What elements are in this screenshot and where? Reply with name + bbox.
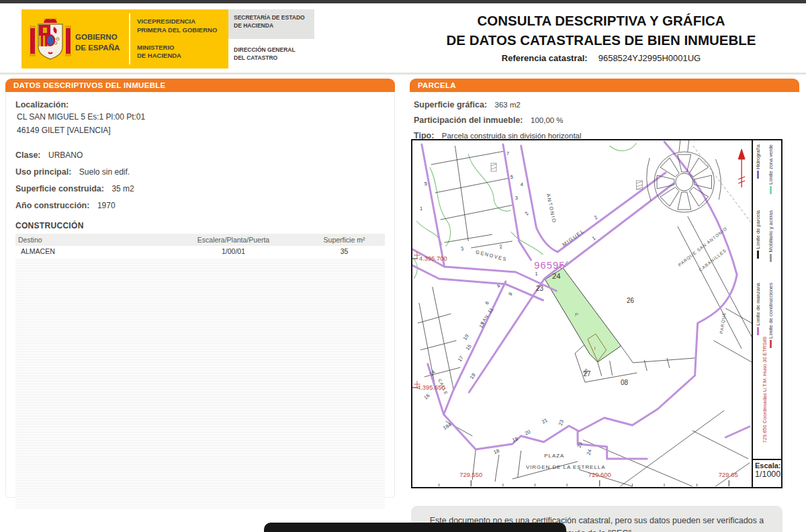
- uso-label: Uso principal:: [15, 167, 71, 177]
- clase-label: Clase:: [15, 150, 41, 160]
- superficie-row: Superficie construida: 35 m2: [15, 182, 385, 194]
- legend-label: Límite de manzana: [755, 283, 761, 326]
- street-miguel-label: MIGUEL: [562, 228, 586, 247]
- house-number: 7: [506, 150, 509, 157]
- subject-parcel: P I: [545, 268, 621, 362]
- cadastral-consulta-page: GOBIERNO DE ESPAÑA VICEPRESIDENCIA PRIME…: [0, 0, 806, 532]
- datos-descriptivos-panel: DATOS DESCRIPTIVOS DEL INMUEBLE Localiza…: [5, 79, 395, 498]
- parque-san-antonio-label: PARQUE SAN ANTONIO: [677, 226, 728, 267]
- house-number: 17: [457, 355, 465, 363]
- house-number: 6: [484, 300, 490, 306]
- address-line1: CL SAN MIGUEL 5 Es:1 Pl:00 Pt:01: [17, 111, 385, 124]
- parcel-p-label: P: [575, 312, 578, 318]
- gobierno-espana-logo: GOBIERNO DE ESPAÑA VICEPRESIDENCIA PRIME…: [21, 9, 228, 69]
- secretaria-direccion-block: SECRETARÍA DE ESTADO DE HACIENDA DIRECCI…: [228, 9, 314, 69]
- house-number: 1: [535, 271, 538, 277]
- gobierno-text: GOBIERNO DE ESPAÑA: [75, 32, 120, 53]
- parcela-panel: PARCELA Superficie gráfica: 363 m2 Parti…: [410, 79, 799, 144]
- house-number: 5: [510, 174, 513, 180]
- legend-label: Límite de construcciones: [768, 283, 774, 339]
- uso-row: Uso principal: Suelo sin edif.: [15, 165, 385, 177]
- house-number: 19: [469, 372, 477, 380]
- utm-coordinates-note: 729.650 Coordenadas U.T.M. Huso 30 ETRS8…: [762, 337, 768, 443]
- legend-swatch: [770, 340, 772, 348]
- address: CL SAN MIGUEL 5 Es:1 Pl:00 Pt:01 46149 G…: [17, 111, 385, 138]
- participacion-label: Participación del inmueble:: [414, 116, 523, 125]
- cell-escalera: 1/00/01: [163, 246, 304, 257]
- construccion-title: CONSTRUCCIÓN: [15, 221, 385, 230]
- legend-item-hidrografia: Hidrografía: [755, 144, 761, 179]
- house-number: 3: [460, 245, 464, 252]
- parcel-26-label: 26: [627, 297, 634, 304]
- coord-left-bottom: 4.395.650: [417, 384, 445, 391]
- bottom-black-bar: [264, 523, 566, 532]
- plaza-label-line1: PLAZA: [544, 453, 564, 459]
- house-number: 23: [576, 441, 583, 449]
- datos-descriptivos-header: DATOS DESCRIPTIVOS DEL INMUEBLE: [5, 79, 395, 92]
- spain-coat-of-arms-icon: [30, 17, 71, 62]
- referencia-value: 9658524YJ2995H0001UG: [598, 53, 701, 63]
- house-number: 1: [591, 235, 597, 242]
- datos-descriptivos-body: Localización: CL SAN MIGUEL 5 Es:1 Pl:00…: [5, 92, 395, 498]
- house-number: 19: [511, 436, 519, 443]
- document-title: CONSULTA DESCRIPTIVA Y GRÁFICA DE DATOS …: [423, 11, 779, 63]
- superficie-value: 35 m2: [111, 184, 134, 193]
- street-genoves-label: GENOVES: [475, 249, 508, 262]
- legend-label: Hidrografía: [755, 144, 761, 169]
- superficie-grafica-value: 363 m2: [495, 101, 521, 109]
- participacion-value: 100,00 %: [531, 116, 564, 124]
- table-row: ALMACEN 1/00/01 35: [15, 246, 385, 257]
- parcel-i-label: I: [594, 346, 596, 351]
- legend-item-limite-construcciones: Límite de construcciones: [768, 283, 774, 348]
- plaza-label-line2: VIRGEN DE LA ESTRELLA: [526, 464, 606, 470]
- house-number: 15: [465, 343, 473, 351]
- house-number: 5: [424, 181, 427, 187]
- house-number: 9: [507, 292, 514, 298]
- col-superficie: Superficie m²: [304, 234, 385, 246]
- anio-label: Año construcción:: [15, 201, 89, 210]
- house-number: 24: [585, 449, 592, 456]
- house-number: 23: [557, 419, 565, 427]
- cabanilles-label: CABANILLES: [698, 248, 727, 272]
- legend-swatch: [757, 251, 759, 259]
- anio-row: Año construcción: 1970: [15, 199, 385, 211]
- legend-item-mobiliario: Mobiliario y aceras: [768, 210, 774, 262]
- house-number: 1: [420, 206, 422, 212]
- cadastral-map-box: P I: [411, 139, 782, 488]
- legend-label: Mobiliario y aceras: [768, 210, 774, 253]
- cadastral-map: P I: [412, 140, 752, 487]
- parcel-24-label: 24: [552, 272, 561, 280]
- manzana-code-label: 96595: [534, 259, 565, 271]
- coord-bottom-right: 729.65: [719, 471, 738, 478]
- legend-swatch: [770, 186, 772, 194]
- house-number: 2: [499, 243, 503, 250]
- header-divider: [0, 73, 806, 75]
- house-number: 4: [521, 181, 523, 187]
- col-escalera: Escalera/Planta/Puerta: [163, 234, 304, 246]
- construccion-table: Destino Escalera/Planta/Puerta Superfici…: [15, 234, 385, 257]
- house-number: 20: [524, 429, 531, 437]
- legend-item-limite-manzana: Límite de manzana: [755, 283, 761, 335]
- cell-superficie: 35: [304, 246, 385, 257]
- logo-divider: [129, 13, 130, 64]
- parcel-08-label: 08: [621, 379, 628, 386]
- referencia-label: Referencia catastral:: [502, 53, 588, 63]
- superficie-label: Superficie construida:: [15, 184, 104, 193]
- legend-item-limite-parcela: Límite de parcela: [755, 210, 761, 259]
- title-line1: CONSULTA DESCRIPTIVA Y GRÁFICA: [423, 11, 779, 30]
- parque-label: PARQUE: [719, 312, 727, 335]
- clase-value: URBANO: [48, 150, 83, 160]
- superficie-grafica-label: Superficie gráfica:: [414, 100, 487, 109]
- parcela-header: PARCELA: [410, 79, 799, 92]
- escala-value: 1/1000: [755, 470, 779, 479]
- house-number: 18: [493, 448, 500, 455]
- legend-items: Hidrografía Límite zona verde Límite de …: [753, 140, 781, 459]
- street-antonio-label: ANTONIO: [545, 193, 557, 224]
- col-destino: Destino: [15, 234, 163, 246]
- superficie-grafica-row: Superficie gráfica: 363 m2: [414, 98, 798, 110]
- cell-destino: ALMACEN: [15, 246, 163, 257]
- parcela-info: Superficie gráfica: 363 m2 Participación…: [410, 92, 799, 141]
- participacion-row: Participación del inmueble: 100,00 %: [414, 114, 798, 126]
- parcel-23-label: 23: [536, 285, 543, 292]
- localizacion-label: Localización:: [15, 100, 385, 109]
